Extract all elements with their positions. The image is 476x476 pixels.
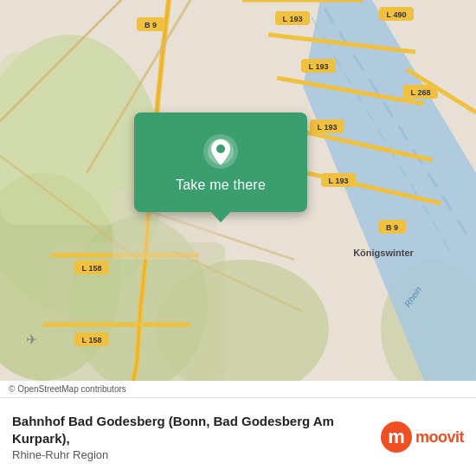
moovit-logo-text: moovit: [415, 428, 464, 447]
bottom-bar: © OpenStreetMap contributors Bahnhof Bad…: [0, 381, 476, 476]
popup-card[interactable]: Take me there: [134, 113, 307, 212]
moovit-logo: m moovit: [381, 421, 464, 453]
station-info: Bahnhof Bad Godesberg (Bonn, Bad Godesbe…: [0, 398, 476, 476]
svg-text:Königswinter: Königswinter: [353, 248, 414, 258]
svg-rect-6: [0, 52, 121, 225]
take-me-there-button[interactable]: Take me there: [176, 177, 266, 193]
station-region: Rhine-Ruhr Region: [12, 448, 370, 461]
attribution-text: © OpenStreetMap contributors: [9, 384, 126, 394]
map-area: B 9 L 193 L 490 L 193 L 268 L 193 B 9 L …: [0, 0, 476, 381]
svg-text:L 268: L 268: [411, 88, 431, 97]
svg-text:L 193: L 193: [309, 62, 329, 71]
svg-text:✈: ✈: [26, 332, 37, 347]
svg-text:B 9: B 9: [386, 223, 398, 232]
svg-text:B 9: B 9: [145, 21, 157, 29]
svg-text:L 490: L 490: [387, 10, 407, 19]
svg-text:L 193: L 193: [318, 123, 338, 132]
svg-text:L 158: L 158: [82, 264, 102, 273]
location-pin-icon: [202, 132, 240, 170]
station-name: Bahnhof Bad Godesberg (Bonn, Bad Godesbe…: [12, 413, 370, 447]
svg-point-52: [216, 145, 225, 153]
svg-text:L 158: L 158: [82, 336, 102, 344]
station-text: Bahnhof Bad Godesberg (Bonn, Bad Godesbe…: [12, 413, 370, 461]
app-container: B 9 L 193 L 490 L 193 L 268 L 193 B 9 L …: [0, 0, 476, 476]
attribution-bar: © OpenStreetMap contributors: [0, 381, 476, 398]
moovit-logo-icon: m: [381, 421, 412, 453]
svg-text:L 193: L 193: [329, 177, 349, 185]
svg-text:L 193: L 193: [283, 15, 303, 23]
